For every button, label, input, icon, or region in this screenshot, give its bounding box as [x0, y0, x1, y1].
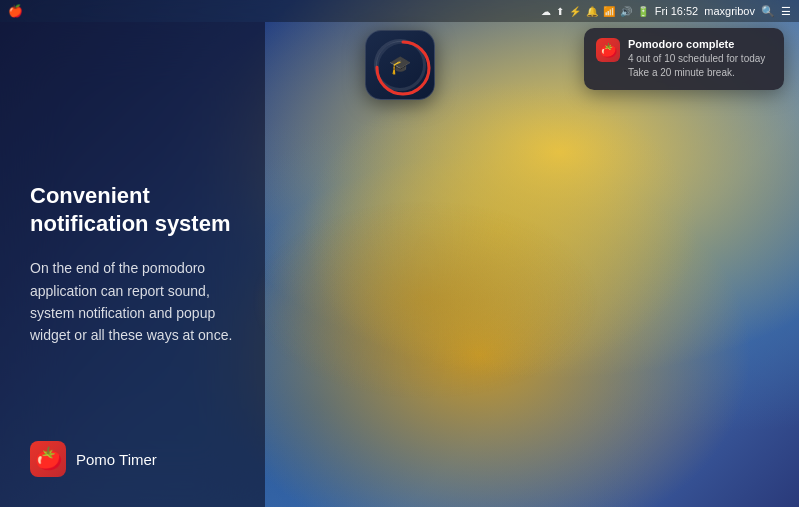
apple-menu[interactable]: 🍎: [8, 4, 23, 18]
spotlight-icon[interactable]: 🔍: [761, 5, 775, 18]
menubar: 🍎 ☁ ⬆ ⚡ 🔔 📶 🔊 🔋 Fri 16:52 maxgribov 🔍 ☰: [0, 0, 799, 22]
notification-icon[interactable]: 🔔: [586, 6, 598, 17]
notification-popup: 🍅 Pomodoro complete 4 out of 10 schedule…: [584, 28, 784, 90]
cloud-icon[interactable]: ☁: [541, 6, 551, 17]
notification-app-icon: 🍅: [596, 38, 620, 62]
panel-description: On the end of the pomodoro application c…: [30, 257, 235, 347]
menubar-status-icons: ☁ ⬆ ⚡ 🔔 📶 🔊 🔋: [541, 6, 649, 17]
control-center-icon[interactable]: ☰: [781, 5, 791, 18]
notification-title: Pomodoro complete: [628, 38, 772, 50]
pomo-progress-ring: 🎓: [374, 39, 426, 91]
battery-icon: 🔋: [637, 6, 649, 17]
notification-line2: Take a 20 minute break.: [628, 66, 772, 80]
volume-icon[interactable]: 🔊: [620, 6, 632, 17]
menubar-left: 🍎: [8, 4, 23, 18]
notification-content: Pomodoro complete 4 out of 10 scheduled …: [628, 38, 772, 80]
app-name: Pomo Timer: [76, 451, 157, 468]
app-branding: Pomo Timer: [30, 441, 157, 477]
menubar-username[interactable]: maxgribov: [704, 5, 755, 17]
app-icon: [30, 441, 66, 477]
menubar-right: ☁ ⬆ ⚡ 🔔 📶 🔊 🔋 Fri 16:52 maxgribov 🔍 ☰: [541, 5, 791, 18]
left-panel: Convenient notification system On the en…: [0, 22, 265, 507]
pomo-icon: 🎓: [389, 54, 411, 76]
panel-title: Convenient notification system: [30, 182, 235, 237]
menubar-time: Fri 16:52: [655, 5, 698, 17]
energy-icon: ⚡: [569, 6, 581, 17]
wifi-icon: 📶: [603, 6, 615, 17]
pomo-timer-widget[interactable]: 🎓: [365, 30, 435, 100]
notification-line1: 4 out of 10 scheduled for today: [628, 52, 772, 66]
upload-icon: ⬆: [556, 6, 564, 17]
